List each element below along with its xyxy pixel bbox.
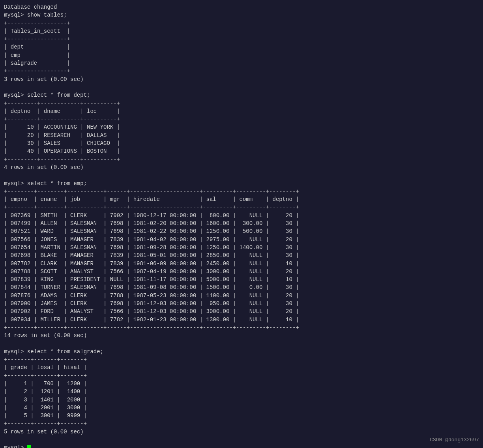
terminal-cursor — [27, 445, 31, 448]
terminal-output: Database changed mysql> show tables; +--… — [4, 3, 479, 448]
terminal-text: Database changed mysql> show tables; +--… — [4, 3, 479, 448]
watermark: CSDN @dong132697 — [430, 437, 479, 444]
